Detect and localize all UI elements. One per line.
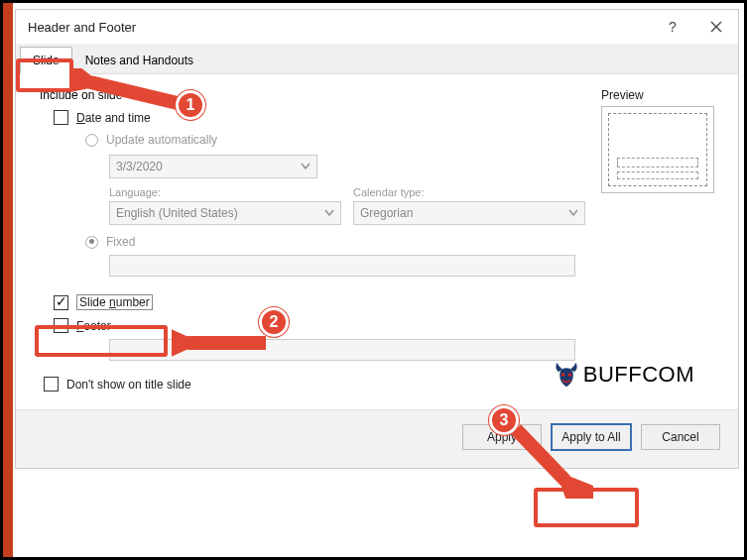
- dont-show-label: Don't show on title slide: [66, 378, 191, 392]
- header-footer-dialog: Header and Footer ? Slide Notes and Hand…: [15, 9, 739, 469]
- calendar-value: Gregorian: [360, 206, 413, 220]
- date-value-row: 3/3/2020: [34, 151, 585, 182]
- preview-panel: Preview: [601, 88, 720, 395]
- tab-bar: Slide Notes and Handouts: [16, 44, 738, 73]
- update-auto-row: Update automatically: [34, 129, 585, 151]
- language-label: Language:: [109, 186, 341, 198]
- tab-notes-handouts[interactable]: Notes and Handouts: [72, 47, 206, 73]
- background-ribbon: [3, 3, 13, 560]
- language-dropdown: English (United States): [109, 201, 341, 225]
- update-auto-radio: [85, 134, 98, 147]
- watermark: BUFFCOM: [553, 360, 694, 390]
- date-time-label: Date and time: [76, 111, 151, 125]
- preview-label: Preview: [601, 88, 720, 106]
- dont-show-row[interactable]: Don't show on title slide: [34, 373, 585, 395]
- fixed-date-input: [109, 255, 575, 277]
- footer-checkbox[interactable]: [54, 318, 68, 333]
- fixed-radio: [85, 236, 98, 249]
- slide-number-row[interactable]: Slide number: [34, 290, 585, 314]
- tab-notes-label: Notes and Handouts: [85, 54, 193, 67]
- date-dropdown: 3/3/2020: [109, 155, 317, 178]
- svg-point-3: [561, 373, 564, 376]
- date-time-checkbox[interactable]: [54, 110, 68, 125]
- help-button[interactable]: ?: [651, 10, 694, 44]
- slide-number-label: Slide number: [76, 294, 153, 310]
- apply-to-all-label: Apply to All: [561, 430, 620, 444]
- dont-show-checkbox[interactable]: [44, 377, 59, 392]
- language-value: English (United States): [116, 206, 238, 220]
- update-auto-label: Update automatically: [106, 133, 217, 147]
- calendar-field: Calendar type: Gregorian: [353, 186, 585, 225]
- tab-slide-label: Slide: [33, 54, 60, 67]
- apply-to-all-button[interactable]: Apply to All: [552, 424, 631, 450]
- callout-box-3: [534, 488, 639, 527]
- chevron-down-icon: [301, 162, 311, 171]
- tab-slide[interactable]: Slide: [20, 47, 72, 74]
- close-button[interactable]: [694, 10, 738, 44]
- footer-label: Footer: [76, 319, 111, 333]
- apply-label: Apply: [487, 430, 517, 444]
- date-value: 3/3/2020: [116, 160, 163, 173]
- preview-placeholder: [617, 158, 698, 168]
- chevron-down-icon: [324, 208, 334, 218]
- group-label: Include on slide: [34, 88, 585, 102]
- preview-placeholder: [617, 171, 698, 179]
- preview-slide: [608, 113, 707, 186]
- preview-box: [601, 106, 714, 193]
- close-icon: [710, 21, 722, 33]
- bull-icon: [553, 360, 580, 390]
- apply-button[interactable]: Apply: [462, 424, 542, 450]
- calendar-label: Calendar type:: [353, 186, 585, 198]
- chevron-down-icon: [568, 208, 578, 218]
- svg-point-4: [567, 373, 570, 376]
- dialog-title: Header and Footer: [28, 20, 136, 35]
- fixed-label: Fixed: [106, 235, 135, 249]
- footer-text-input: [109, 339, 575, 361]
- calendar-dropdown: Gregorian: [353, 201, 585, 225]
- include-on-slide-group: Include on slide Date and time Update au…: [34, 88, 585, 395]
- title-bar: Header and Footer ?: [16, 10, 738, 44]
- date-time-row[interactable]: Date and time: [34, 106, 585, 129]
- cancel-button[interactable]: Cancel: [641, 424, 720, 450]
- slide-number-checkbox[interactable]: [54, 295, 68, 310]
- footer-row[interactable]: Footer: [34, 314, 585, 337]
- cancel-label: Cancel: [662, 430, 698, 444]
- fixed-row: Fixed: [34, 231, 585, 253]
- language-field: Language: English (United States): [109, 186, 341, 225]
- dialog-buttons: Apply Apply to All Cancel: [16, 409, 738, 468]
- watermark-text: BUFFCOM: [583, 362, 694, 388]
